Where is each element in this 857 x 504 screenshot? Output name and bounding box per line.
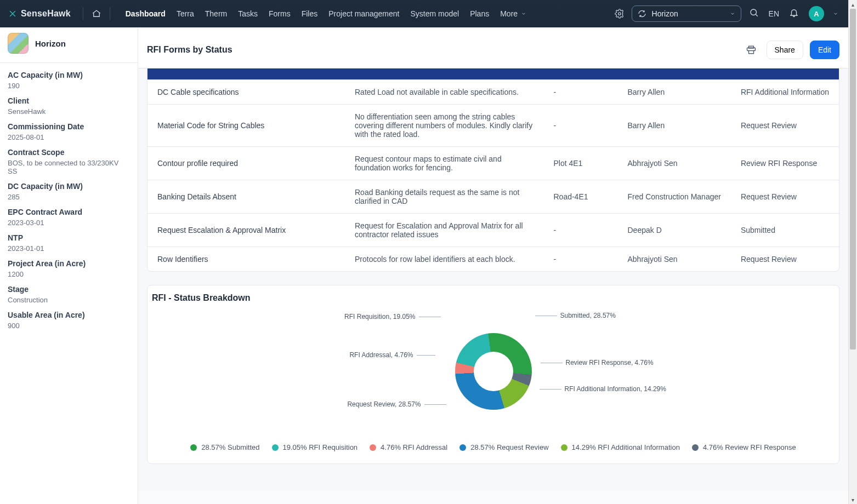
meta-item: Contract ScopeBOS, to be connected to 33… <box>8 148 130 175</box>
home-button[interactable] <box>90 7 103 20</box>
callout-rfi-additional-info: RFI Additional Information, 14.29% <box>536 385 666 393</box>
nav-link-forms[interactable]: Forms <box>269 9 291 18</box>
donut-legend: 28.57% Submitted 19.05% RFI Requisition … <box>147 434 839 463</box>
nav-link-files[interactable]: Files <box>302 9 318 18</box>
callout-request-review: Request Review, 28.57% <box>347 400 449 408</box>
cell-desc: Protocols for row label identifiers at e… <box>345 247 543 272</box>
search-button[interactable] <box>749 8 759 20</box>
scroll-up-icon[interactable]: ▴ <box>849 0 857 9</box>
nav-more-label: More <box>500 9 518 18</box>
meta-label: AC Capacity (in MW) <box>8 71 130 79</box>
meta-item: ClientSenseHawk <box>8 96 130 116</box>
notifications-button[interactable] <box>789 8 799 20</box>
rfi-table: DC Cable specifications Rated Load not a… <box>147 79 839 271</box>
meta-value: 1200 <box>8 270 130 278</box>
project-thumbnail <box>8 33 29 54</box>
search-icon <box>749 8 759 18</box>
nav-link-project-management[interactable]: Project management <box>328 9 399 18</box>
meta-item: Usable Area (in Acre)900 <box>8 311 130 330</box>
cell-assignee: Barry Allen <box>617 80 730 105</box>
cell-status: Review RFI Response <box>731 147 839 180</box>
cell-title: Banking Details Absent <box>147 180 345 214</box>
meta-value: 2023-01-01 <box>8 244 130 253</box>
donut <box>455 333 532 410</box>
svg-rect-3 <box>748 51 753 54</box>
meta-value: Construction <box>8 296 130 304</box>
page-title: RFI Forms by Status <box>147 45 232 55</box>
cell-status: Submitted <box>731 214 839 247</box>
callout-submitted: Submitted, 28.57% <box>532 312 616 319</box>
chevron-down-icon <box>521 11 526 16</box>
legend-label: 19.05% RFI Requisition <box>283 443 358 451</box>
table-row[interactable]: Row Identifiers Protocols for row label … <box>147 247 839 272</box>
cell-loc: - <box>543 214 617 247</box>
meta-value: SenseHawk <box>8 107 130 116</box>
legend-item: 4.76% Review RFI Response <box>692 443 796 451</box>
settings-button[interactable] <box>612 9 627 19</box>
legend-label: 4.76% RFI Addressal <box>381 443 447 451</box>
brand-logo[interactable]: SenseHawk <box>8 9 71 19</box>
callout-review-rfi-response: Review RFI Response, 4.76% <box>537 359 654 366</box>
meta-label: Stage <box>8 285 130 294</box>
legend-swatch <box>272 444 279 451</box>
meta-value: BOS, to be connected to 33/230KV SS <box>8 159 130 175</box>
project-picker-name: Horizon <box>652 9 724 18</box>
print-button[interactable] <box>742 41 760 59</box>
printer-icon <box>746 45 756 55</box>
scope-icon <box>638 9 646 18</box>
nav-link-terra[interactable]: Terra <box>177 9 194 18</box>
cell-loc: Road-4E1 <box>543 180 617 214</box>
meta-item: EPC Contract Award2023-03-01 <box>8 208 130 227</box>
meta-item: Project Area (in Acre)1200 <box>8 259 130 278</box>
meta-value: 190 <box>8 82 130 90</box>
cell-desc: Request for Escalation and Approval Matr… <box>345 214 543 247</box>
scrollbar-track[interactable] <box>849 9 857 495</box>
brand-name: SenseHawk <box>21 9 71 19</box>
chevron-down-icon[interactable] <box>833 11 838 16</box>
nav-link-dashboard[interactable]: Dashboard <box>126 9 166 18</box>
nav-link-tasks[interactable]: Tasks <box>238 9 258 18</box>
page-scrollbar[interactable]: ▴ ▾ <box>848 0 857 504</box>
cell-desc: Rated Load not available in cable specif… <box>345 80 543 105</box>
table-row[interactable]: Material Code for String Cables No diffe… <box>147 105 839 147</box>
svg-point-0 <box>618 13 621 15</box>
meta-label: DC Capacity (in MW) <box>8 182 130 191</box>
language-switcher[interactable]: EN <box>769 9 779 18</box>
legend-item: 4.76% RFI Addressal <box>370 443 447 451</box>
table-row[interactable]: Banking Details Absent Road Banking deta… <box>147 180 839 214</box>
table-header-row <box>147 68 839 79</box>
meta-label: Commissioning Date <box>8 122 130 131</box>
nav-link-system-model[interactable]: System model <box>410 9 459 18</box>
meta-label: EPC Contract Award <box>8 208 130 216</box>
content: RFI Forms by Status Share Edit DC Cable … <box>138 27 848 490</box>
scrollbar-thumb[interactable] <box>850 9 856 350</box>
sidebar-project-title: Horizon <box>35 39 66 48</box>
gear-icon <box>615 9 625 19</box>
legend-label: 28.57% Submitted <box>201 443 259 451</box>
nav-link-therm[interactable]: Therm <box>205 9 227 18</box>
nav-link-plans[interactable]: Plans <box>470 9 489 18</box>
table-row[interactable]: DC Cable specifications Rated Load not a… <box>147 80 839 105</box>
project-picker[interactable]: Horizon <box>632 5 741 22</box>
cell-assignee: Barry Allen <box>617 105 730 147</box>
legend-swatch <box>561 444 567 451</box>
share-button[interactable]: Share <box>767 41 803 59</box>
table-row[interactable]: Contour profile required Request contour… <box>147 147 839 180</box>
sidebar-meta: AC Capacity (in MW)190 ClientSenseHawk C… <box>0 64 138 330</box>
scroll-down-icon[interactable]: ▾ <box>849 495 857 504</box>
legend-swatch <box>370 444 376 451</box>
rfi-status-breakdown-card: RFI - Status Breakdown RFI Requisition, … <box>147 285 839 464</box>
legend-swatch <box>459 444 466 451</box>
user-avatar[interactable]: A <box>809 6 824 21</box>
sidebar-project[interactable]: Horizon <box>0 27 138 59</box>
meta-item: AC Capacity (in MW)190 <box>8 71 130 90</box>
cell-status: Request Review <box>731 180 839 214</box>
nav-divider <box>83 7 83 20</box>
meta-value: 2023-03-01 <box>8 219 130 227</box>
cell-loc: - <box>543 247 617 272</box>
edit-button[interactable]: Edit <box>810 41 839 59</box>
nav-link-more[interactable]: More <box>500 9 526 18</box>
cell-status: Request Review <box>731 247 839 272</box>
table-row[interactable]: Request Escalation & Approval Matrix Req… <box>147 214 839 247</box>
cell-title: DC Cable specifications <box>147 80 345 105</box>
